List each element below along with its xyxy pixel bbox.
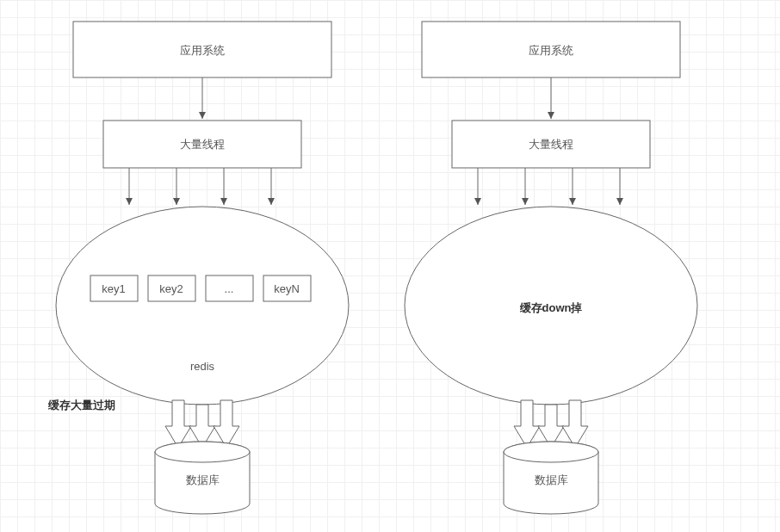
label-keyN: keyN [274, 282, 300, 295]
label-key-ellipsis: ... [225, 282, 234, 295]
svg-point-3 [504, 442, 598, 462]
diagram-canvas: 应用系统 大量线程 key1 key2 ... keyN redis 缓存大量过… [0, 0, 780, 532]
thick-arrow-1-left [165, 400, 191, 448]
svg-point-1 [155, 442, 250, 462]
label-database-left: 数据库 [186, 473, 220, 486]
ellipse-redis-left [56, 207, 349, 405]
label-threads-right: 大量线程 [529, 138, 573, 151]
label-app-system-right: 应用系统 [529, 44, 573, 57]
label-key2: key2 [159, 282, 183, 295]
label-app-system-left: 应用系统 [180, 44, 225, 57]
label-database-right: 数据库 [535, 473, 568, 486]
label-key1: key1 [102, 282, 125, 295]
label-cache-down: 缓存down掉 [519, 301, 583, 314]
label-redis-left: redis [190, 360, 215, 373]
thick-arrow-1-right [514, 400, 540, 448]
label-expire-note: 缓存大量过期 [47, 399, 115, 411]
label-threads-left: 大量线程 [180, 138, 225, 151]
thick-arrow-3-right [562, 400, 588, 448]
thick-arrow-3-left [214, 400, 239, 448]
